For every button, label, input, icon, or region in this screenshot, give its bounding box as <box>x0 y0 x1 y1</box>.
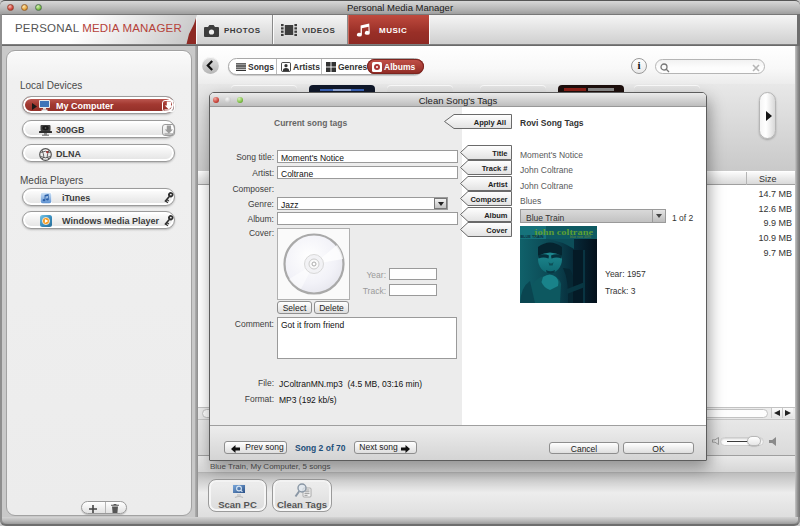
svg-text:blue note 4095: blue note 4095 <box>570 235 591 239</box>
svg-text:Cover: Cover <box>486 226 507 235</box>
svg-text:BLUE TRAIN: BLUE TRAIN <box>521 235 544 239</box>
svg-text:Artist: Artist <box>488 180 508 189</box>
svg-text:Apply All: Apply All <box>474 118 506 127</box>
svg-text:Album: Album <box>484 211 508 220</box>
svg-text:Title: Title <box>492 149 507 158</box>
svg-text:Track #: Track # <box>482 164 509 173</box>
svg-text:Composer: Composer <box>470 195 507 204</box>
